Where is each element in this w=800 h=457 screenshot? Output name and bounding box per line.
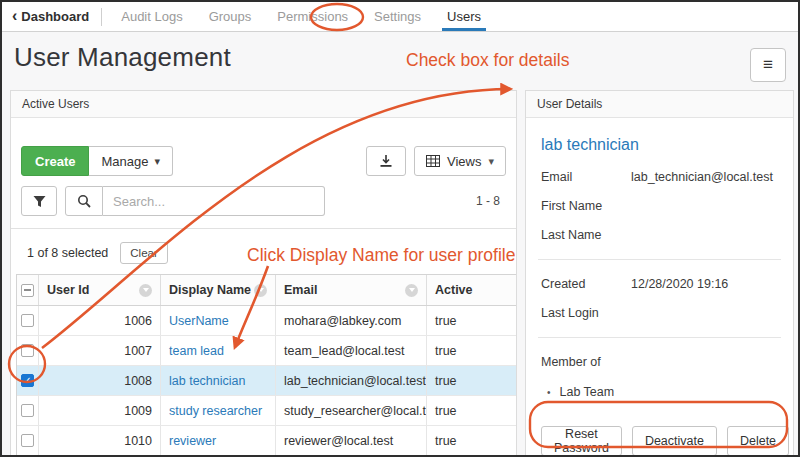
- email-cell: mohara@labkey.com: [276, 306, 427, 335]
- detail-value: [631, 228, 778, 242]
- section-divider: [11, 228, 516, 229]
- user-id-cell: 1009: [39, 396, 161, 425]
- display-name-link[interactable]: lab technician: [169, 374, 245, 388]
- detail-value: 12/28/2020 19:16: [631, 277, 778, 291]
- detail-row-last-login: Last Login: [541, 306, 778, 320]
- manage-dropdown-button[interactable]: Manage ▾: [89, 146, 173, 176]
- top-nav: ‹ Dashboard Audit Logs Groups Permission…: [2, 2, 798, 32]
- detail-actions: Reset Password Deactivate Delete: [541, 426, 778, 456]
- users-grid: User Id Display Name Email Active: [16, 274, 517, 457]
- email-cell: team_lead@local.test: [276, 336, 427, 365]
- nav-back-dashboard[interactable]: ‹ Dashboard: [2, 9, 101, 25]
- manage-label: Manage: [101, 154, 148, 169]
- views-label: Views: [447, 154, 481, 169]
- create-button[interactable]: Create: [21, 146, 89, 176]
- active-cell: true: [427, 426, 517, 455]
- group-list-item: • Lab Team: [541, 385, 778, 399]
- column-menu-chevron-icon[interactable]: [405, 284, 418, 297]
- select-all-checkbox[interactable]: [21, 284, 34, 297]
- detail-row-email: Email lab_technician@local.test: [541, 170, 778, 184]
- column-header-email: Email: [276, 275, 427, 305]
- caret-down-icon: ▾: [154, 156, 160, 167]
- selection-count-text: 1 of 8 selected: [27, 246, 108, 260]
- detail-divider: [538, 337, 781, 338]
- filter-button[interactable]: [21, 186, 57, 216]
- active-cell: true: [427, 336, 517, 365]
- export-button[interactable]: [366, 146, 406, 176]
- search-row: 1 - 8: [21, 186, 506, 216]
- detail-value: [631, 199, 778, 213]
- user-id-cell: 1010: [39, 426, 161, 455]
- email-cell: reviewer@local.test: [276, 426, 427, 455]
- reset-password-button[interactable]: Reset Password: [541, 426, 622, 456]
- funnel-filter-icon: [33, 195, 46, 208]
- column-header-display-name: Display Name: [161, 275, 276, 305]
- member-of-label: Member of: [541, 355, 778, 369]
- table-row-selected[interactable]: ✓ 1008 lab technician lab_technician@loc…: [17, 366, 517, 396]
- display-name-link[interactable]: team lead: [169, 344, 224, 358]
- active-cell: true: [427, 306, 517, 335]
- detail-row-first-name: First Name: [541, 199, 778, 213]
- user-details-panel-title: User Details: [526, 91, 793, 118]
- detail-row-created: Created 12/28/2020 19:16: [541, 277, 778, 291]
- detail-divider: [538, 259, 781, 260]
- table-row[interactable]: 1009 study researcher study_researcher@l…: [17, 396, 517, 426]
- row-checkbox[interactable]: [21, 344, 34, 357]
- row-checkbox[interactable]: [21, 314, 34, 327]
- column-menu-chevron-icon[interactable]: [254, 284, 267, 297]
- detail-label: Last Login: [541, 306, 631, 320]
- nav-back-label: Dashboard: [21, 9, 89, 24]
- panel-menu-button[interactable]: ≡: [750, 48, 786, 82]
- views-dropdown-button[interactable]: Views ▾: [414, 146, 506, 176]
- bullet-icon: •: [547, 387, 551, 398]
- clear-selection-button[interactable]: Clear: [120, 242, 167, 264]
- deactivate-button[interactable]: Deactivate: [632, 426, 717, 456]
- user-id-cell: 1006: [39, 306, 161, 335]
- nav-tab-permissions[interactable]: Permissions: [264, 2, 361, 31]
- table-row[interactable]: 1007 team lead team_lead@local.test true: [17, 336, 517, 366]
- nav-tab-users[interactable]: Users: [434, 2, 494, 31]
- delete-button[interactable]: Delete: [727, 426, 789, 456]
- active-cell: true: [427, 396, 517, 425]
- row-checkbox[interactable]: [21, 404, 34, 417]
- hamburger-menu-icon: ≡: [763, 55, 773, 75]
- nav-tab-groups[interactable]: Groups: [196, 2, 265, 31]
- user-details-panel: User Details lab technician Email lab_te…: [525, 90, 794, 457]
- detail-label: Email: [541, 170, 631, 184]
- column-menu-chevron-icon[interactable]: [139, 284, 152, 297]
- table-row[interactable]: 1010 reviewer reviewer@local.test true: [17, 426, 517, 456]
- nav-divider: [101, 8, 102, 26]
- display-name-link[interactable]: UserName: [169, 314, 229, 328]
- display-name-link[interactable]: reviewer: [169, 434, 216, 448]
- table-row[interactable]: 1006 UserName mohara@labkey.com true: [17, 306, 517, 336]
- active-users-panel-title: Active Users: [11, 91, 516, 118]
- column-header-user-id: User Id: [39, 275, 161, 305]
- annotation-check-box-text: Check box for details: [406, 50, 569, 71]
- grid-header-row: User Id Display Name Email Active: [17, 275, 517, 306]
- detail-label: First Name: [541, 199, 631, 213]
- row-checkbox-checked[interactable]: ✓: [21, 374, 34, 387]
- pagination-range: 1 - 8: [476, 194, 506, 208]
- column-header-active: Active: [427, 275, 517, 305]
- selection-row: 1 of 8 selected Clear: [21, 242, 506, 264]
- display-name-link[interactable]: study researcher: [169, 404, 262, 418]
- nav-tab-settings[interactable]: Settings: [361, 2, 434, 31]
- email-cell: lab_technician@local.test: [276, 366, 427, 395]
- row-checkbox[interactable]: [21, 434, 34, 447]
- nav-tab-audit-logs[interactable]: Audit Logs: [108, 2, 195, 31]
- detail-display-name[interactable]: lab technician: [541, 136, 778, 154]
- detail-value: lab_technician@local.test: [631, 170, 778, 184]
- user-id-cell: 1008: [39, 366, 161, 395]
- search-input[interactable]: [103, 186, 325, 216]
- search-icon: [77, 194, 91, 208]
- detail-value: [631, 306, 778, 320]
- app-window: ‹ Dashboard Audit Logs Groups Permission…: [0, 0, 800, 457]
- grid-toolbar: Create Manage ▾: [21, 146, 506, 176]
- caret-down-icon: ▾: [488, 156, 494, 167]
- column-label: Display Name: [169, 283, 251, 297]
- detail-row-last-name: Last Name: [541, 228, 778, 242]
- detail-label: Created: [541, 277, 631, 291]
- user-id-cell: 1007: [39, 336, 161, 365]
- column-label: User Id: [47, 283, 89, 297]
- search-button[interactable]: [65, 186, 103, 216]
